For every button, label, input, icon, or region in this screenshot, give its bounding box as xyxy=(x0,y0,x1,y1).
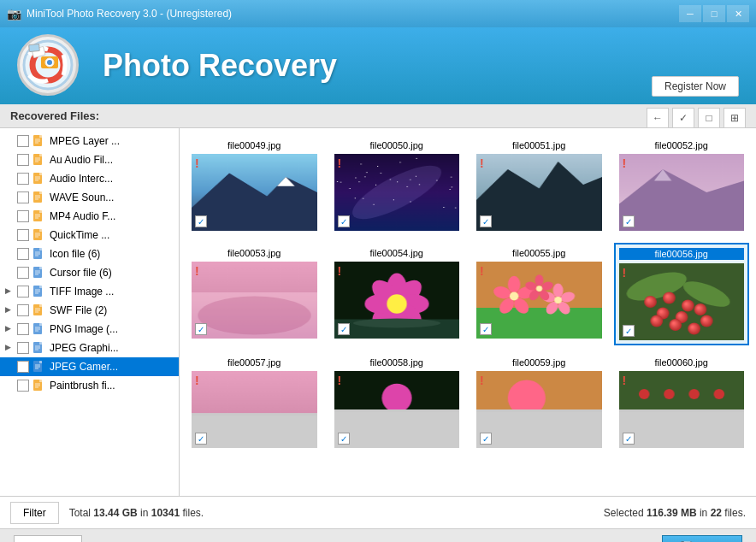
thumbnail-checkbox[interactable] xyxy=(338,323,350,335)
minimize-button[interactable]: ─ xyxy=(679,5,701,22)
thumbnail-image-wrapper: ! xyxy=(619,371,745,448)
register-button[interactable]: Register Now xyxy=(652,76,739,97)
check-all-button[interactable]: ✓ xyxy=(672,108,694,128)
sidebar: MPEG Layer ... Au Audio Fil... Audio Int… xyxy=(0,128,180,496)
sidebar-checkbox[interactable] xyxy=(17,323,29,335)
save-button[interactable]: 💾 Save xyxy=(662,535,742,543)
thumbnail-item[interactable]: file00049.jpg! xyxy=(186,135,322,236)
recovered-files-label: Recovered Files: ← ✓ □ ⊞ xyxy=(0,104,756,128)
sidebar-item-png-image[interactable]: ▶ PNG Image (... xyxy=(0,320,179,339)
sidebar-item-mp4-audio[interactable]: MP4 Audio F... xyxy=(0,207,179,226)
sidebar-checkbox[interactable] xyxy=(17,342,29,354)
sidebar-item-jpeg-graphi[interactable]: ▶ JPEG Graphi... xyxy=(0,339,179,357)
thumbnail-item[interactable]: file00057.jpg! xyxy=(186,352,322,453)
close-button[interactable]: ✕ xyxy=(727,5,749,22)
sidebar-item-quicktime[interactable]: QuickTime ... xyxy=(0,226,179,244)
svg-rect-48 xyxy=(39,286,42,288)
svg-rect-28 xyxy=(39,210,42,213)
thumbnail-item[interactable]: file00060.jpg! xyxy=(614,352,750,453)
total-size: 13.44 GB xyxy=(93,507,137,519)
thumbnail-grid: file00049.jpg!file00050.jpg!file00051.jp… xyxy=(180,128,756,496)
expand-icon: ▶ xyxy=(5,305,15,315)
sidebar-item-label: JPEG Graphi... xyxy=(50,342,119,354)
sidebar-item-jpeg-camera[interactable]: JPEG Camer... xyxy=(0,357,179,376)
svg-rect-63 xyxy=(39,342,42,345)
sidebar-item-mpeg-layer[interactable]: MPEG Layer ... xyxy=(0,132,179,150)
back-button[interactable]: ↩ Back xyxy=(14,535,82,543)
expand-icon xyxy=(5,380,15,391)
sidebar-checkbox[interactable] xyxy=(17,173,29,185)
expand-icon: ▶ xyxy=(5,286,15,297)
svg-rect-73 xyxy=(39,380,42,382)
thumbnail-item[interactable]: file00055.jpg! xyxy=(471,243,607,345)
expand-icon xyxy=(5,230,15,240)
thumbnail-checkbox[interactable] xyxy=(480,433,492,445)
sidebar-checkbox[interactable] xyxy=(17,248,29,260)
sidebar-checkbox[interactable] xyxy=(17,191,29,203)
thumbnail-item[interactable]: file00052.jpg! xyxy=(614,135,750,236)
sidebar-item-label: MPEG Layer ... xyxy=(50,135,120,147)
thumbnail-checkbox[interactable] xyxy=(338,433,350,445)
sidebar-checkbox[interactable] xyxy=(17,210,29,222)
sidebar-checkbox[interactable] xyxy=(17,304,29,316)
sidebar-item-label: Paintbrush fi... xyxy=(50,380,115,392)
sidebar-item-icon-file[interactable]: Icon file (6) xyxy=(0,244,179,263)
thumbnail-item[interactable]: file00050.jpg! xyxy=(329,135,465,236)
thumbnail-checkbox[interactable] xyxy=(338,215,350,227)
thumbnail-checkbox[interactable] xyxy=(195,323,207,335)
sidebar-item-label: WAVE Soun... xyxy=(50,191,114,203)
sidebar-checkbox[interactable] xyxy=(17,229,29,241)
sidebar-checkbox[interactable] xyxy=(17,380,29,392)
sidebar-item-tiff-image[interactable]: ▶ TIFF Image ... xyxy=(0,282,179,301)
thumbnail-item[interactable]: file00053.jpg! xyxy=(186,243,322,345)
sidebar-item-label: SWF File (2) xyxy=(50,304,107,316)
sidebar-checkbox[interactable] xyxy=(17,286,29,298)
thumbnail-image-wrapper: ! xyxy=(334,371,460,448)
sidebar-item-audio-interc[interactable]: Audio Interc... xyxy=(0,169,179,188)
svg-point-4 xyxy=(47,60,52,65)
thumbnail-canvas xyxy=(334,262,460,339)
thumbnail-checkbox[interactable] xyxy=(623,433,635,445)
thumbnail-item[interactable]: file00058.jpg! xyxy=(329,352,465,453)
thumbnail-item[interactable]: file00051.jpg! xyxy=(471,135,607,236)
sidebar-item-cursor-file[interactable]: Cursor file (6) xyxy=(0,263,179,282)
filter-button[interactable]: Filter xyxy=(10,502,59,524)
thumbnail-checkbox[interactable] xyxy=(623,325,635,337)
sidebar-checkbox[interactable] xyxy=(17,267,29,279)
thumbnail-item[interactable]: file00054.jpg! xyxy=(329,243,465,345)
sidebar-checkbox[interactable] xyxy=(17,135,29,147)
sidebar-checkbox[interactable] xyxy=(17,154,29,166)
view-grid-button[interactable]: ⊞ xyxy=(724,108,746,128)
sidebar-checkbox[interactable] xyxy=(17,361,29,373)
selected-status: Selected 116.39 MB in 22 files. xyxy=(604,507,746,519)
sidebar-item-swf-file[interactable]: ▶ SWF File (2) xyxy=(0,301,179,320)
thumbnail-image-wrapper: ! xyxy=(334,154,460,231)
file-type-icon xyxy=(32,379,46,392)
thumbnail-filename: file00053.jpg xyxy=(192,248,317,258)
thumbnail-checkbox[interactable] xyxy=(480,323,492,335)
thumbnail-canvas xyxy=(476,371,602,448)
sidebar-item-paintbrush[interactable]: Paintbrush fi... xyxy=(0,376,179,395)
warning-icon: ! xyxy=(623,267,627,279)
thumbnail-checkbox[interactable] xyxy=(623,215,635,227)
back-toolbar-button[interactable]: ← xyxy=(647,108,669,128)
file-type-icon xyxy=(32,172,46,186)
view-single-button[interactable]: □ xyxy=(698,108,720,128)
thumbnail-item[interactable]: file00059.jpg! xyxy=(471,352,607,453)
title-bar-text: MiniTool Photo Recovery 3.0 - (Unregiste… xyxy=(27,8,679,20)
sidebar-item-au-audio[interactable]: Au Audio Fil... xyxy=(0,150,179,169)
maximize-button[interactable]: □ xyxy=(703,5,725,22)
thumbnail-checkbox[interactable] xyxy=(480,215,492,227)
file-type-icon xyxy=(32,134,46,148)
thumbnail-image-wrapper: ! xyxy=(476,371,602,448)
total-files: 10341 xyxy=(151,507,180,519)
thumbnail-filename: file00051.jpg xyxy=(476,140,602,150)
svg-rect-23 xyxy=(39,191,42,194)
thumbnail-filename: file00050.jpg xyxy=(334,140,460,150)
thumbnail-checkbox[interactable] xyxy=(195,433,207,445)
thumbnail-checkbox[interactable] xyxy=(195,215,207,227)
thumbnail-item[interactable]: file00056.jpg! xyxy=(614,243,750,345)
sidebar-item-wave-sound[interactable]: WAVE Soun... xyxy=(0,188,179,207)
app-logo xyxy=(17,34,86,98)
file-type-icon xyxy=(32,303,46,317)
